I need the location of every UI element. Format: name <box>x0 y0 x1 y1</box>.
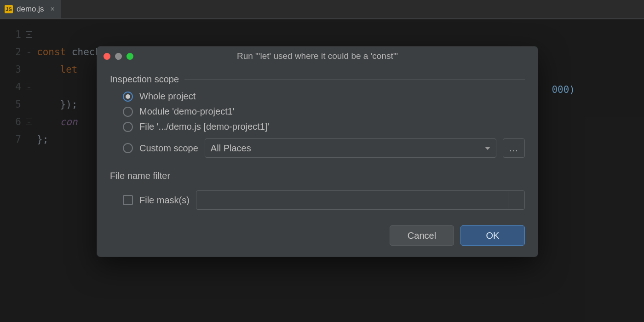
radio-icon <box>123 107 133 117</box>
section-inspection-scope: Inspection scope <box>110 74 525 85</box>
line-number: 1 <box>0 26 21 43</box>
close-tab-icon[interactable]: × <box>51 5 55 13</box>
file-mask-input[interactable] <box>196 190 525 210</box>
window-close-icon[interactable] <box>104 53 110 60</box>
code-fragment-visible: 000) <box>552 81 575 98</box>
section-file-name-filter: File name filter <box>110 171 525 181</box>
radio-label: Custom scope <box>139 143 198 154</box>
fold-marker-icon[interactable] <box>26 31 32 38</box>
code-token <box>37 64 60 75</box>
custom-scope-select[interactable]: All Places <box>205 138 496 158</box>
radio-label: Module 'demo-project1' <box>139 106 235 117</box>
line-number-gutter: 1 2 3 4 5 6 7 <box>0 26 24 322</box>
code-token: con <box>60 116 78 127</box>
code-token: }); <box>60 99 78 110</box>
line-number: 3 <box>0 61 21 78</box>
section-label: Inspection scope <box>110 74 179 85</box>
fold-marker-icon[interactable] <box>26 49 32 55</box>
radio-file[interactable]: File '.../demo.js [demo-project1]' <box>123 121 525 132</box>
radio-label: Whole project <box>139 91 196 102</box>
cancel-button[interactable]: Cancel <box>390 225 454 246</box>
code-token: let <box>60 64 78 75</box>
dialog-titlebar[interactable]: Run "'let' used where it could be a 'con… <box>97 46 538 66</box>
radio-label: File '.../demo.js [demo-project1]' <box>139 121 269 132</box>
window-controls <box>97 53 133 60</box>
dialog-title: Run "'let' used where it could be a 'con… <box>97 51 538 61</box>
radio-whole-project[interactable]: Whole project <box>123 91 525 102</box>
radio-icon <box>123 122 133 132</box>
line-number: 5 <box>0 96 21 113</box>
line-number: 4 <box>0 78 21 96</box>
window-zoom-icon[interactable] <box>126 53 133 60</box>
line-number: 6 <box>0 113 21 131</box>
radio-icon <box>123 92 133 102</box>
radio-custom-scope[interactable] <box>123 143 133 153</box>
section-label: File name filter <box>110 171 170 181</box>
select-value: All Places <box>211 143 251 154</box>
divider <box>184 79 525 80</box>
divider <box>176 176 525 176</box>
file-mask-label: File mask(s) <box>139 195 190 206</box>
tab-label: demo.js <box>17 5 44 14</box>
chevron-down-icon <box>485 147 490 150</box>
fold-gutter <box>24 26 37 322</box>
file-mask-text-field[interactable] <box>196 191 508 209</box>
line-number: 7 <box>0 131 21 148</box>
fold-marker-icon[interactable] <box>26 119 32 125</box>
window-minimize-icon[interactable] <box>115 53 122 60</box>
code-token: const <box>37 46 66 58</box>
tab-bar: JS demo.js × <box>0 0 644 18</box>
scope-more-button[interactable]: ... <box>503 138 525 158</box>
line-number: 2 <box>0 43 21 61</box>
code-token <box>37 99 60 110</box>
js-file-icon: JS <box>5 5 13 13</box>
ok-button[interactable]: OK <box>460 225 525 246</box>
file-mask-checkbox[interactable] <box>123 195 133 205</box>
code-token: }; <box>37 134 48 145</box>
fold-marker-icon[interactable] <box>26 84 32 90</box>
code-token <box>37 116 60 127</box>
file-mask-dropdown[interactable] <box>508 191 524 209</box>
radio-module[interactable]: Module 'demo-project1' <box>123 106 525 117</box>
run-inspection-dialog: Run "'let' used where it could be a 'con… <box>97 46 538 257</box>
tab-demo-js[interactable]: JS demo.js × <box>0 0 61 18</box>
